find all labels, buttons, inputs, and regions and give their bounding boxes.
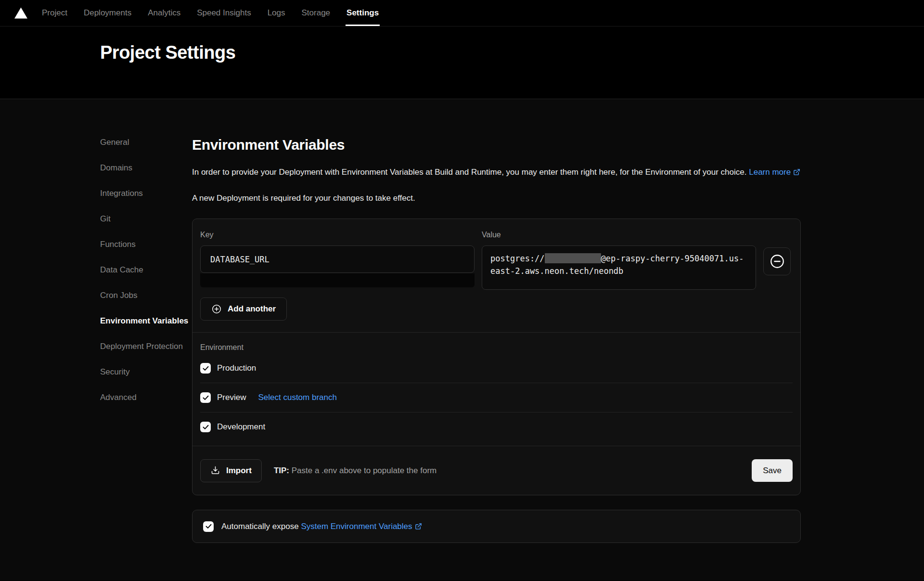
- auto-expose-checkbox[interactable]: [203, 521, 214, 532]
- add-another-button[interactable]: Add another: [200, 297, 287, 321]
- section-description: In order to provide your Deployment with…: [192, 165, 803, 180]
- key-label: Key: [200, 231, 475, 239]
- development-label[interactable]: Development: [217, 422, 265, 432]
- page-title: Project Settings: [100, 42, 924, 63]
- auto-expose-card: Automatically expose System Environment …: [192, 510, 801, 543]
- description-text: In order to provide your Deployment with…: [192, 168, 746, 177]
- learn-more-label: Learn more: [749, 168, 791, 177]
- redacted-secret-block: [545, 253, 601, 263]
- production-label[interactable]: Production: [217, 363, 256, 373]
- value-input[interactable]: postgres://@ep-raspy-cherry-95040071.us-…: [482, 245, 756, 290]
- tab-deployments[interactable]: Deployments: [84, 0, 131, 26]
- env-variables-card: Key Value postgres://@ep-raspy-cherry-95…: [192, 219, 801, 495]
- tab-project[interactable]: Project: [42, 0, 67, 26]
- check-icon: [202, 365, 209, 372]
- environment-row-production: Production: [200, 354, 793, 383]
- import-button[interactable]: Import: [200, 459, 262, 482]
- plus-circle-icon: [211, 304, 222, 314]
- import-label: Import: [226, 466, 252, 476]
- preview-checkbox[interactable]: [200, 392, 211, 403]
- add-another-label: Add another: [228, 304, 276, 314]
- system-env-vars-label: System Environment Variables: [301, 522, 412, 531]
- environment-section: Environment Production Preview Select cu…: [192, 333, 800, 441]
- environment-row-preview: Preview Select custom branch: [200, 383, 793, 412]
- select-custom-branch-link[interactable]: Select custom branch: [258, 393, 336, 402]
- sidebar-item-cron-jobs[interactable]: Cron Jobs: [100, 291, 192, 300]
- sidebar-item-deployment-protection[interactable]: Deployment Protection: [100, 342, 192, 351]
- tip-body: Paste a .env above to populate the form: [292, 466, 436, 475]
- tip-text: TIP: Paste a .env above to populate the …: [274, 466, 436, 476]
- tab-speed-insights[interactable]: Speed Insights: [197, 0, 251, 26]
- auto-expose-label: Automatically expose: [221, 522, 299, 531]
- tip-bold: TIP:: [274, 466, 289, 475]
- vercel-logo-icon[interactable]: [14, 7, 27, 19]
- download-icon: [210, 465, 220, 476]
- check-icon: [202, 424, 209, 431]
- sidebar-item-domains[interactable]: Domains: [100, 163, 192, 173]
- main-panel: Environment Variables In order to provid…: [192, 138, 803, 581]
- sidebar-item-environment-variables[interactable]: Environment Variables: [100, 316, 192, 326]
- key-input[interactable]: [200, 245, 475, 273]
- tab-logs[interactable]: Logs: [268, 0, 285, 26]
- tab-storage[interactable]: Storage: [302, 0, 331, 26]
- check-icon: [202, 394, 209, 401]
- key-value-row: Key Value postgres://@ep-raspy-cherry-95…: [192, 219, 800, 290]
- learn-more-link[interactable]: Learn more: [749, 168, 800, 177]
- sidebar-item-integrations[interactable]: Integrations: [100, 189, 192, 198]
- deployment-note: A new Deployment is required for your ch…: [192, 194, 803, 203]
- remove-row-button[interactable]: [763, 247, 791, 275]
- value-text-post: @ep-raspy-cherry-95040: [601, 254, 709, 263]
- check-icon: [205, 523, 212, 530]
- top-navigation: Project Deployments Analytics Speed Insi…: [0, 0, 924, 26]
- section-heading: Environment Variables: [192, 137, 803, 153]
- sidebar-item-functions[interactable]: Functions: [100, 240, 192, 249]
- sidebar-item-advanced[interactable]: Advanced: [100, 393, 192, 402]
- environment-label: Environment: [200, 343, 793, 352]
- system-env-vars-link[interactable]: System Environment Variables: [301, 522, 422, 531]
- minus-circle-icon: [769, 253, 785, 270]
- production-checkbox[interactable]: [200, 363, 211, 374]
- development-checkbox[interactable]: [200, 422, 211, 432]
- sidebar-item-git[interactable]: Git: [100, 214, 192, 224]
- save-button[interactable]: Save: [752, 459, 793, 482]
- key-column: Key: [200, 231, 475, 290]
- sidebar-item-security[interactable]: Security: [100, 367, 192, 377]
- sidebar-item-data-cache[interactable]: Data Cache: [100, 265, 192, 275]
- tab-analytics[interactable]: Analytics: [148, 0, 180, 26]
- environment-row-development: Development: [200, 413, 793, 441]
- value-label: Value: [482, 231, 756, 239]
- value-text-pre: postgres://: [490, 254, 545, 263]
- card-footer: Import TIP: Paste a .env above to popula…: [192, 446, 800, 495]
- sidebar-item-general[interactable]: General: [100, 138, 192, 147]
- tab-settings[interactable]: Settings: [346, 0, 379, 26]
- key-input-shadow: [200, 273, 475, 287]
- value-column: Value postgres://@ep-raspy-cherry-950400…: [482, 231, 756, 290]
- content-area: General Domains Integrations Git Functio…: [0, 99, 924, 581]
- external-link-icon: [415, 523, 422, 530]
- preview-label[interactable]: Preview: [217, 393, 246, 402]
- external-link-icon: [793, 166, 800, 173]
- nav-tabs: Project Deployments Analytics Speed Insi…: [42, 0, 379, 26]
- settings-sidebar: General Domains Integrations Git Functio…: [0, 138, 192, 581]
- page-header: Project Settings: [0, 26, 924, 99]
- auto-expose-text: Automatically expose System Environment …: [221, 522, 422, 531]
